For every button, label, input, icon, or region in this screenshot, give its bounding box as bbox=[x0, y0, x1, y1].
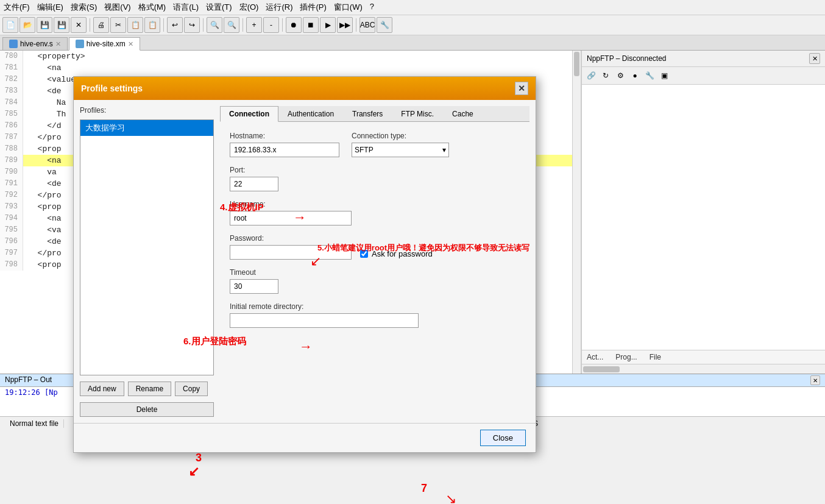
sep6 bbox=[356, 18, 356, 32]
profiles-panel: Profiles: 大数据学习 Add new Rename Copy Dele… bbox=[80, 106, 214, 417]
tab-transfers[interactable]: Transfers bbox=[343, 106, 392, 122]
open-file-btn[interactable]: 📂 bbox=[19, 17, 35, 33]
nppftp-record-btn[interactable]: ● bbox=[628, 69, 642, 82]
close-btn[interactable]: ✕ bbox=[71, 17, 87, 33]
stop-macro-btn[interactable]: ⏹ bbox=[303, 17, 319, 33]
tab-icon-hive-env bbox=[9, 40, 18, 48]
scrollbar-thumb[interactable] bbox=[574, 52, 579, 76]
find-replace-btn[interactable]: 🔍 bbox=[224, 17, 239, 33]
menu-format[interactable]: 格式(M) bbox=[138, 2, 166, 13]
record-macro-btn[interactable]: ⏺ bbox=[286, 17, 302, 33]
hostname-input[interactable] bbox=[230, 143, 339, 157]
extra-btn[interactable]: 🔧 bbox=[377, 17, 392, 33]
username-input[interactable] bbox=[230, 211, 352, 225]
nppftp-grid-btn[interactable]: ▣ bbox=[657, 69, 671, 82]
zoom-out-btn[interactable]: - bbox=[263, 17, 279, 33]
nppftp-scrollbar-h[interactable] bbox=[582, 364, 825, 374]
run-macro-btn[interactable]: ▶▶ bbox=[337, 17, 353, 33]
print-btn[interactable]: 🖨 bbox=[93, 17, 109, 33]
sep2 bbox=[163, 18, 164, 32]
password-input[interactable] bbox=[230, 245, 352, 260]
menu-plugins[interactable]: 插件(P) bbox=[300, 2, 326, 13]
log-line: 19:12:26 [Np bbox=[5, 388, 58, 397]
nppftp-act: Act... bbox=[587, 353, 603, 361]
bottom-panel-close[interactable]: ✕ bbox=[810, 375, 820, 385]
conn-type-select[interactable]: SFTP ▾ bbox=[352, 143, 449, 157]
tab-icon-hive-site bbox=[76, 40, 84, 48]
initial-dir-input[interactable] bbox=[230, 313, 419, 328]
nppftp-refresh-btn[interactable]: ↻ bbox=[599, 69, 612, 82]
menu-window[interactable]: 窗口(W) bbox=[334, 2, 363, 13]
ask-password-label: Ask for password bbox=[372, 249, 433, 258]
redo-btn[interactable]: ↪ bbox=[184, 17, 200, 33]
sep5 bbox=[282, 18, 283, 32]
editor-scrollbar-v[interactable] bbox=[572, 51, 581, 374]
menu-help[interactable]: ? bbox=[370, 2, 374, 13]
find-btn[interactable]: 🔍 bbox=[207, 17, 222, 33]
tab-label-hive-env: hive-env.s bbox=[20, 40, 53, 48]
menu-edit[interactable]: 编辑(E) bbox=[37, 2, 63, 13]
tab-authentication[interactable]: Authentication bbox=[278, 106, 343, 122]
settings-tabs: Connection Authentication Transfers FTP … bbox=[220, 106, 529, 122]
line-781: 781 <na bbox=[0, 62, 581, 74]
paste-btn[interactable]: 📋 bbox=[144, 17, 160, 33]
save-all-btn[interactable]: 💾 bbox=[54, 17, 69, 33]
hostname-group: Hostname: bbox=[230, 132, 339, 157]
menu-macro[interactable]: 宏(O) bbox=[239, 2, 259, 13]
ask-password-checkbox[interactable] bbox=[360, 250, 368, 258]
add-new-btn[interactable]: Add new bbox=[80, 382, 124, 396]
play-macro-btn[interactable]: ▶ bbox=[320, 17, 336, 33]
dialog-close-button[interactable]: Close bbox=[480, 430, 526, 446]
new-file-btn[interactable]: 📄 bbox=[2, 17, 18, 33]
nppftp-settings-btn[interactable]: ⚙ bbox=[614, 69, 627, 82]
save-btn[interactable]: 💾 bbox=[37, 17, 52, 33]
ask-password-row: Ask for password bbox=[360, 249, 433, 258]
username-label: Username: bbox=[230, 200, 520, 208]
timeout-input[interactable] bbox=[230, 279, 278, 294]
delete-btn[interactable]: Delete bbox=[80, 402, 214, 417]
dialog-titlebar: Profile settings ✕ bbox=[74, 77, 536, 100]
port-input[interactable] bbox=[230, 177, 278, 191]
tab-cache[interactable]: Cache bbox=[443, 106, 483, 122]
annotation-7: 7 bbox=[421, 482, 427, 495]
tab-ftp-misc[interactable]: FTP Misc. bbox=[392, 106, 443, 122]
tab-close-hive-env[interactable]: ✕ bbox=[55, 40, 61, 48]
menu-language[interactable]: 语言(L) bbox=[173, 2, 199, 13]
copy-btn[interactable]: 📋 bbox=[127, 17, 143, 33]
menu-view[interactable]: 视图(V) bbox=[104, 2, 130, 13]
cut-btn[interactable]: ✂ bbox=[110, 17, 126, 33]
nppftp-connect-btn[interactable]: 🔗 bbox=[584, 69, 598, 82]
menu-search[interactable]: 搜索(S) bbox=[71, 2, 97, 13]
toolbar: 📄 📂 💾 💾 ✕ 🖨 ✂ 📋 📋 ↩ ↪ 🔍 🔍 + - ⏺ ⏹ ▶ ▶▶ A… bbox=[0, 15, 825, 35]
nppftp-panel-close[interactable]: ✕ bbox=[809, 53, 820, 64]
arrow-7: ↘ bbox=[445, 491, 456, 504]
menu-file[interactable]: 文件(F) bbox=[4, 2, 30, 13]
tab-hive-site[interactable]: hive-site.xm ✕ bbox=[69, 37, 140, 51]
nppftp-gear-btn[interactable]: 🔧 bbox=[643, 69, 656, 82]
rename-btn[interactable]: Rename bbox=[128, 382, 171, 396]
dialog-close-btn[interactable]: ✕ bbox=[515, 82, 528, 95]
nppftp-toolbar: 🔗 ↻ ⚙ ● 🔧 ▣ bbox=[582, 67, 825, 85]
spellcheck-btn[interactable]: ABC bbox=[359, 17, 375, 33]
scrollbar-thumb-h[interactable] bbox=[583, 366, 620, 372]
line-780: 780 <property> bbox=[0, 51, 581, 62]
settings-content: Hostname: Connection type: SFTP ▾ Port: bbox=[220, 122, 529, 417]
profile-item-bigdata[interactable]: 大数据学习 bbox=[80, 120, 213, 136]
menu-run[interactable]: 运行(R) bbox=[266, 2, 292, 13]
nppftp-footer: Act... Prog... File bbox=[582, 350, 825, 364]
zoom-in-btn[interactable]: + bbox=[246, 17, 262, 33]
port-group: Port: bbox=[230, 166, 520, 191]
status-file-type: Normal text file bbox=[5, 419, 64, 428]
tab-hive-env[interactable]: hive-env.s ✕ bbox=[2, 37, 68, 50]
arrow-3: ↙ bbox=[188, 464, 199, 480]
timeout-label: Timeout bbox=[230, 268, 520, 277]
tab-close-hive-site[interactable]: ✕ bbox=[128, 40, 133, 48]
copy-btn[interactable]: Copy bbox=[175, 382, 208, 396]
profiles-label: Profiles: bbox=[80, 106, 214, 115]
nppftp-content bbox=[582, 85, 825, 350]
dialog-footer: Close bbox=[74, 423, 536, 452]
menu-settings[interactable]: 设置(T) bbox=[206, 2, 232, 13]
undo-btn[interactable]: ↩ bbox=[167, 17, 183, 33]
conn-type-group: Connection type: SFTP ▾ bbox=[352, 132, 449, 157]
tab-connection[interactable]: Connection bbox=[220, 106, 278, 122]
